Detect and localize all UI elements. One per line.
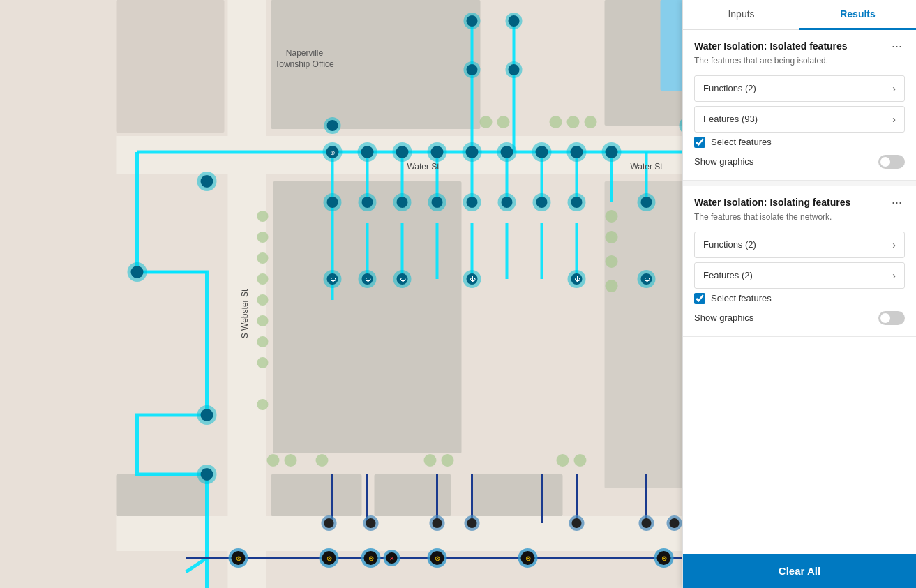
section2-features-label: Features (2) (703, 270, 753, 280)
svg-text:⊗: ⊗ (661, 555, 667, 562)
svg-text:⊗: ⊗ (236, 555, 241, 562)
section2-functions-chevron: › (892, 239, 896, 250)
tab-inputs[interactable]: Inputs (683, 0, 799, 30)
svg-point-18 (257, 294, 269, 306)
svg-rect-9 (472, 474, 563, 516)
svg-point-23 (480, 116, 493, 128)
svg-text:⊗: ⊗ (326, 555, 332, 562)
svg-point-49 (466, 146, 479, 158)
section1-select-features-checkbox[interactable] (694, 137, 705, 148)
svg-rect-10 (117, 474, 207, 516)
section2-select-features-checkbox[interactable] (694, 293, 705, 304)
svg-point-156 (642, 518, 652, 528)
section1-functions-button[interactable]: Functions (2) › (694, 75, 905, 102)
svg-text:⏻: ⏻ (644, 276, 650, 282)
bottom-spacer (683, 337, 916, 351)
svg-point-15 (257, 232, 269, 243)
svg-point-28 (606, 210, 618, 223)
svg-point-158 (670, 518, 680, 528)
panel-content[interactable]: Water Isolation: Isolated features ··· T… (683, 30, 916, 554)
section1-more-button[interactable]: ··· (889, 40, 905, 52)
svg-rect-8 (375, 474, 451, 516)
section1-title: Water Isolation: Isolated features (694, 40, 889, 52)
section2-functions-label: Functions (2) (703, 239, 756, 250)
svg-text:Water St: Water St (407, 162, 440, 172)
svg-point-26 (567, 116, 580, 128)
section2-more-button[interactable]: ··· (889, 196, 905, 209)
svg-point-29 (606, 231, 618, 243)
section1-select-features-label[interactable]: Select features (711, 137, 772, 147)
section1-select-features-row: Select features (694, 137, 905, 148)
section2-features-chevron: › (892, 270, 896, 281)
svg-point-118 (327, 120, 338, 131)
section2-features-button[interactable]: Features (2) › (694, 262, 905, 289)
section2-title: Water Isolation: Isolating features (694, 196, 889, 209)
svg-point-36 (442, 454, 454, 467)
svg-point-22 (257, 399, 269, 410)
section2-show-graphics-row: Show graphics (694, 311, 905, 325)
svg-point-150 (433, 518, 442, 528)
section2-show-graphics-slider (878, 311, 905, 325)
svg-point-148 (366, 518, 376, 528)
svg-point-104 (131, 266, 144, 278)
svg-point-82 (641, 197, 652, 208)
svg-point-70 (397, 197, 408, 208)
svg-text:Water St: Water St (630, 162, 663, 172)
svg-point-31 (606, 280, 618, 292)
svg-point-116 (509, 15, 520, 27)
svg-point-106 (201, 409, 213, 421)
svg-point-19 (257, 315, 269, 326)
section2-functions-button[interactable]: Functions (2) › (694, 232, 905, 258)
section1-show-graphics-label: Show graphics (694, 156, 753, 167)
svg-point-45 (396, 146, 409, 158)
svg-text:⊗: ⊗ (525, 555, 531, 562)
section2-show-graphics-label: Show graphics (694, 312, 753, 323)
section1-show-graphics-toggle[interactable] (878, 155, 905, 169)
clear-all-button[interactable]: Clear All (683, 554, 916, 588)
svg-point-74 (467, 197, 478, 208)
svg-point-37 (557, 454, 569, 467)
svg-point-78 (536, 197, 548, 208)
svg-point-25 (550, 116, 562, 128)
section1-show-graphics-row: Show graphics (694, 155, 905, 169)
svg-point-34 (316, 454, 329, 467)
svg-text:⊗: ⊗ (435, 555, 440, 562)
svg-point-80 (571, 197, 583, 208)
svg-point-57 (606, 146, 618, 158)
svg-point-33 (285, 454, 297, 467)
svg-point-38 (574, 454, 587, 467)
section2-subtitle: The features that isolate the network. (694, 211, 905, 223)
svg-point-66 (327, 197, 338, 208)
svg-text:S Webster St: S Webster St (240, 289, 250, 338)
svg-point-110 (467, 64, 478, 75)
section2-select-features-label[interactable]: Select features (711, 293, 772, 303)
svg-point-27 (585, 116, 597, 128)
svg-point-21 (257, 357, 269, 368)
svg-point-102 (201, 175, 213, 188)
svg-point-17 (257, 273, 269, 285)
tab-results[interactable]: Results (799, 0, 916, 30)
svg-rect-6 (273, 181, 462, 453)
svg-point-112 (467, 15, 478, 27)
section-isolating-features: Water Isolation: Isolating features ··· … (683, 186, 916, 337)
section1-header: Water Isolation: Isolated features ··· (694, 40, 905, 52)
svg-text:⏻: ⏻ (400, 276, 406, 282)
svg-text:Township Office: Township Office (275, 59, 334, 69)
svg-point-30 (606, 255, 618, 268)
section1-features-label: Features (93) (703, 114, 758, 124)
tabs: Inputs Results (683, 0, 916, 30)
section1-show-graphics-slider (878, 155, 905, 169)
section2-show-graphics-toggle[interactable] (878, 311, 905, 325)
svg-point-16 (257, 252, 269, 264)
svg-point-146 (324, 518, 334, 528)
section1-features-button[interactable]: Features (93) › (694, 106, 905, 133)
svg-text:Naperville: Naperville (286, 48, 324, 58)
svg-point-47 (431, 146, 444, 158)
svg-rect-4 (117, 0, 225, 133)
svg-text:⏻: ⏻ (574, 276, 580, 282)
svg-point-154 (572, 518, 582, 528)
svg-text:⏻: ⏻ (365, 276, 371, 282)
svg-point-14 (257, 211, 269, 222)
svg-rect-7 (271, 474, 362, 516)
section2-header: Water Isolation: Isolating features ··· (694, 196, 905, 209)
